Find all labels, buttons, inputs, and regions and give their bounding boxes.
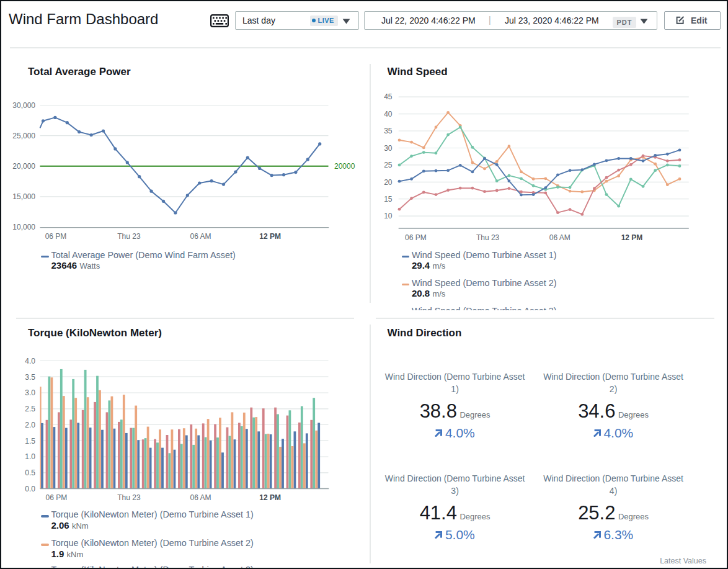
svg-text:06 AM: 06 AM: [190, 493, 211, 502]
svg-text:3.0: 3.0: [25, 388, 35, 397]
svg-text:0.0: 0.0: [25, 485, 35, 493]
svg-text:3.5: 3.5: [25, 373, 35, 382]
svg-text:2.0: 2.0: [25, 421, 35, 429]
svg-text:1.5: 1.5: [25, 437, 35, 446]
svg-text:Thu 23: Thu 23: [117, 493, 141, 502]
svg-text:06 PM: 06 PM: [46, 493, 68, 502]
svg-text:4.0: 4.0: [25, 357, 35, 365]
svg-text:2.5: 2.5: [25, 405, 35, 413]
svg-text:1.0: 1.0: [25, 452, 35, 461]
svg-text:0.5: 0.5: [25, 468, 35, 477]
svg-text:12 PM: 12 PM: [259, 493, 281, 502]
